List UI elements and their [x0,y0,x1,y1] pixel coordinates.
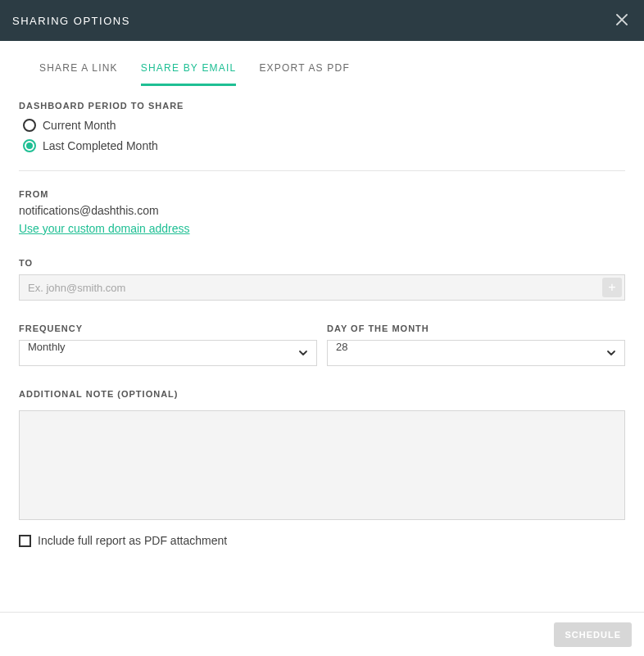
to-block: TO + [19,258,625,301]
close-icon [615,13,628,26]
radio-current-month[interactable]: Current Month [23,119,625,132]
frequency-select[interactable]: Monthly [19,340,317,366]
frequency-label: FREQUENCY [19,323,317,333]
close-button[interactable] [612,9,632,32]
tab-export-pdf[interactable]: EXPORT AS PDF [259,62,350,86]
radio-label: Last Completed Month [43,139,158,152]
divider [19,170,625,171]
radio-label: Current Month [43,119,116,132]
to-label: TO [19,258,625,268]
tabs: SHARE A LINK SHARE BY EMAIL EXPORT AS PD… [0,62,644,86]
add-recipient-button[interactable]: + [602,278,622,297]
from-label: FROM [19,189,625,199]
day-select[interactable]: 28 [327,340,625,366]
footer: SCHEDULE [0,612,644,656]
tab-share-email[interactable]: SHARE BY EMAIL [141,62,237,86]
period-section-label: DASHBOARD PERIOD TO SHARE [19,101,625,111]
radio-icon [23,119,36,132]
content: DASHBOARD PERIOD TO SHARE Current Month … [0,86,644,547]
frequency-col: FREQUENCY Monthly [19,323,317,366]
radio-last-completed-month[interactable]: Last Completed Month [23,139,625,152]
note-block: ADDITIONAL NOTE (OPTIONAL) [19,389,625,523]
to-email-input[interactable] [19,274,625,301]
note-textarea[interactable] [19,410,625,520]
plus-icon: + [608,280,615,295]
pdf-attachment-checkbox[interactable]: Include full report as PDF attachment [19,534,625,547]
note-label: ADDITIONAL NOTE (OPTIONAL) [19,389,625,399]
schedule-button[interactable]: SCHEDULE [554,622,632,647]
day-col: DAY OF THE MONTH 28 [327,323,625,366]
frequency-value: Monthly [28,341,66,353]
spacer [0,41,644,62]
modal-header: SHARING OPTIONS [0,0,644,41]
from-email: notifications@dashthis.com [19,204,625,217]
checkbox-label: Include full report as PDF attachment [38,534,227,547]
modal-title: SHARING OPTIONS [12,15,130,27]
day-value: 28 [336,341,347,353]
tab-share-link[interactable]: SHARE A LINK [39,62,118,86]
checkbox-icon [19,535,31,547]
radio-icon [23,139,36,152]
frequency-day-row: FREQUENCY Monthly DAY OF THE MONTH 28 [19,323,625,366]
to-input-wrap: + [19,274,625,301]
custom-domain-link[interactable]: Use your custom domain address [19,222,190,235]
day-label: DAY OF THE MONTH [327,323,625,333]
